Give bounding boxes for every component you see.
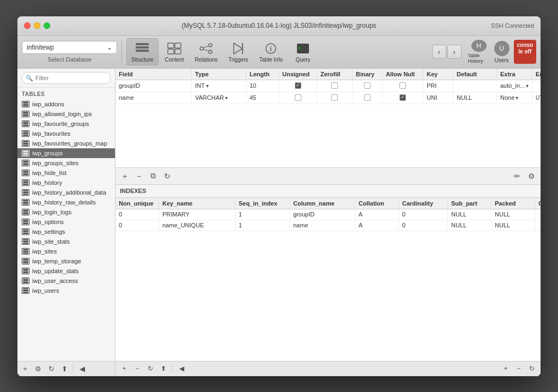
forward-button[interactable]: › — [447, 45, 462, 59]
duplicate-row-button[interactable]: ⧉ — [147, 170, 159, 182]
table-name: iwp_temp_storage — [32, 258, 81, 264]
sidebar-table-item[interactable]: iwp_hide_list — [17, 168, 115, 178]
content-button[interactable]: Content — [161, 38, 189, 65]
sidebar-table-item[interactable]: iwp_site_stats — [17, 237, 115, 246]
svg-rect-1 — [136, 46, 149, 49]
svg-text:>_: >_ — [298, 45, 304, 51]
table-history-button[interactable]: H Table History — [468, 40, 490, 64]
sidebar-table-item[interactable]: iwp_login_logs — [17, 207, 115, 217]
relations-button[interactable]: Relations — [191, 38, 222, 65]
refresh-rows-button[interactable]: ↻ — [161, 170, 173, 182]
back-button[interactable]: ‹ — [432, 45, 446, 59]
type-cell[interactable]: VARCHAR ▾ — [192, 93, 246, 102]
toolbar: infinitewp ⌄ Select Database Structure — [17, 36, 541, 69]
bt-refresh-button[interactable]: ↻ — [145, 363, 156, 374]
binary-cell[interactable] — [353, 93, 383, 102]
sidebar-table-item[interactable]: iwp_temp_storage — [17, 256, 115, 266]
structure-label: Structure — [131, 57, 154, 63]
unsigned-cell[interactable] — [279, 81, 317, 91]
db-dropdown[interactable]: infinitewp ⌄ — [22, 41, 117, 54]
add-table-button[interactable]: + — [20, 363, 31, 374]
sidebar-table-item[interactable]: iwp_favourites_groups_map — [17, 138, 115, 148]
svg-rect-4 — [175, 43, 181, 48]
sidebar-table-item[interactable]: iwp_favourites — [17, 129, 115, 138]
bt-add2-button[interactable]: + — [500, 363, 511, 374]
export-button[interactable]: ⬆ — [59, 363, 70, 374]
extra-dropdown[interactable]: ▾ — [515, 95, 518, 101]
encoding-cell[interactable]: UTF-8 ▾ — [532, 93, 541, 102]
bt-collapse-button[interactable]: ◀ — [176, 363, 187, 374]
extra-cell[interactable]: None ▾ — [497, 93, 532, 102]
maximize-button[interactable] — [44, 22, 50, 29]
structure-button[interactable]: Structure — [126, 38, 159, 65]
bottom-toolbar: + − ↻ ⬆ ◀ + − ↻ — [116, 361, 541, 376]
indexes-cell: name_UNIQUE — [159, 220, 235, 230]
bt-export-button[interactable]: ⬆ — [158, 363, 169, 374]
indexes-cell: NULL — [448, 220, 492, 230]
allow-null-cell[interactable] — [383, 93, 423, 102]
collapse-button[interactable]: ◀ — [77, 363, 88, 374]
table-icon — [22, 268, 29, 274]
sidebar-table-item[interactable]: iwp_addons — [17, 99, 115, 109]
query-button[interactable]: >_ Query — [289, 38, 317, 65]
extra-dropdown[interactable]: ▾ — [526, 83, 529, 89]
sidebar-table-item[interactable]: iwp_user_access — [17, 276, 115, 286]
sidebar-table-item[interactable]: iwp_history_additional_data — [17, 188, 115, 197]
select-db-label: Select Database — [47, 56, 92, 63]
search-icon: 🔍 — [26, 74, 33, 81]
sidebar-table-item[interactable]: iwp_favourite_groups — [17, 119, 115, 129]
remove-row-button[interactable]: − — [133, 170, 145, 182]
add-row-button[interactable]: + — [119, 170, 131, 182]
edit-button[interactable]: ✏ — [511, 170, 523, 182]
sidebar-table-item[interactable]: iwp_history — [17, 178, 115, 188]
indexes-row: 0name_UNIQUE1nameA0NULLNULL — [116, 220, 541, 231]
zerofill-cell[interactable] — [317, 93, 353, 102]
length-cell: 45 — [246, 93, 279, 102]
refresh-button[interactable]: ↻ — [46, 363, 57, 374]
bt-remove-button[interactable]: − — [132, 363, 143, 374]
binary-cell[interactable] — [353, 81, 383, 91]
type-cell[interactable]: INT ▾ — [192, 81, 246, 91]
col-header: Extra — [497, 69, 532, 80]
table-icon — [22, 258, 29, 264]
minimize-button[interactable] — [34, 22, 40, 29]
sidebar-table-item[interactable]: iwp_history_raw_details — [17, 197, 115, 207]
sidebar-table-item[interactable]: iwp_allowed_login_ips — [17, 109, 115, 119]
sidebar-footer: + ⚙ ↻ ⬆ ◀ — [17, 361, 115, 376]
table-name: iwp_addons — [32, 101, 64, 107]
indexes-row: 0PRIMARY1groupIDA0NULLNULL — [116, 209, 541, 220]
type-dropdown[interactable]: ▾ — [225, 95, 228, 101]
col-header: Default — [453, 69, 497, 80]
table-row: groupIDINT ▾10PRIauto_in... ▾ — [116, 80, 541, 92]
bt-add-button[interactable]: + — [119, 363, 130, 374]
type-dropdown[interactable]: ▾ — [206, 83, 209, 89]
table-name: iwp_users — [32, 287, 59, 294]
encoding-cell[interactable] — [532, 84, 541, 87]
console-button[interactable]: console off — [514, 40, 536, 64]
search-input[interactable] — [22, 72, 111, 84]
bt-remove2-button[interactable]: − — [513, 363, 524, 374]
triggers-button[interactable]: Triggers — [224, 38, 252, 65]
table-info-button[interactable]: i Table Info — [255, 38, 287, 65]
users-button[interactable]: U Users — [491, 40, 513, 64]
unsigned-cell[interactable] — [279, 93, 317, 102]
settings-button[interactable]: ⚙ — [33, 363, 44, 374]
indexes-cell: 0 — [116, 209, 159, 219]
sidebar-table-item[interactable]: iwp_settings — [17, 227, 115, 237]
indexes-cell: 0 — [399, 220, 448, 230]
gear-button[interactable]: ⚙ — [525, 170, 537, 182]
sidebar-table-item[interactable]: iwp_options — [17, 217, 115, 227]
indexes-cell: 1 — [235, 209, 290, 219]
sidebar-table-item[interactable]: iwp_groups — [17, 148, 115, 158]
extra-cell[interactable]: auto_in... ▾ — [497, 81, 532, 91]
bt-refresh2-button[interactable]: ↻ — [526, 363, 537, 374]
users-label: Users — [494, 57, 508, 63]
zerofill-cell[interactable] — [317, 81, 353, 91]
allow-null-cell[interactable] — [383, 81, 423, 91]
sidebar-table-item[interactable]: iwp_users — [17, 286, 115, 295]
sidebar-table-item[interactable]: iwp_groups_sites — [17, 158, 115, 168]
sidebar-table-item[interactable]: iwp_sites — [17, 246, 115, 256]
titlebar: (MySQL 5.7.18-0ubuntu0.16.04.1-log) JLS0… — [17, 16, 541, 36]
close-button[interactable] — [24, 22, 31, 29]
sidebar-table-item[interactable]: iwp_update_stats — [17, 266, 115, 276]
